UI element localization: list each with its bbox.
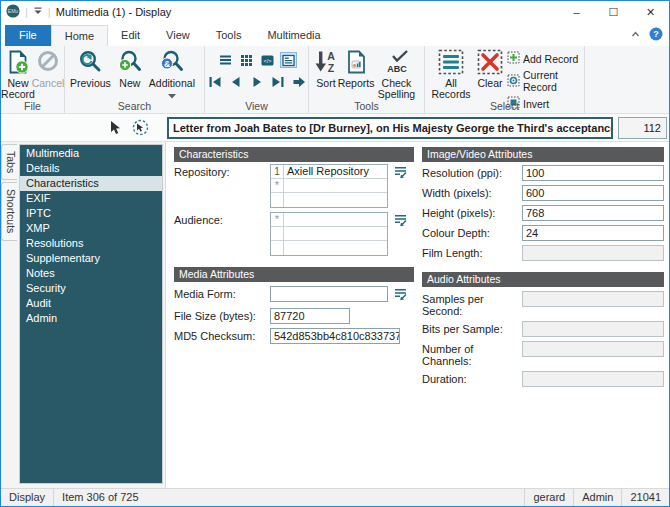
new-record-label: New Record: [1, 78, 35, 100]
next-record-button[interactable]: [248, 74, 265, 90]
tab-multimedia[interactable]: Multimedia: [254, 25, 333, 46]
repository-new-value[interactable]: [284, 179, 387, 192]
grid-view-button[interactable]: [238, 52, 255, 68]
repository-label: Repository:: [174, 164, 270, 208]
cancel-button[interactable]: Cancel: [33, 47, 63, 89]
sidebar-item-notes[interactable]: Notes: [20, 266, 162, 281]
ribbon-empty-area: [585, 46, 669, 113]
colour-depth-field[interactable]: 24: [522, 225, 664, 241]
repository-value[interactable]: Axiell Repository: [284, 165, 387, 178]
add-record-button[interactable]: Add Record: [507, 51, 582, 66]
md5-checksum-field[interactable]: 542d853bb4c810c8337376b42e2: [270, 328, 400, 344]
row-number: 1: [271, 165, 284, 178]
current-record-label: Current Record: [523, 69, 582, 93]
audience-grid[interactable]: *: [270, 212, 388, 256]
sidebar-item-xmp[interactable]: XMP: [20, 221, 162, 236]
ribbon-group-view: </> View: [205, 46, 309, 113]
sort-label: Sort: [316, 78, 335, 89]
height-field[interactable]: 768: [522, 205, 664, 221]
section-header-characteristics: Characteristics: [174, 147, 414, 162]
tab-edit[interactable]: Edit: [108, 25, 153, 46]
file-size-field[interactable]: 87720: [270, 308, 350, 324]
sidebar-item-audit[interactable]: Audit: [20, 296, 162, 311]
repository-grid[interactable]: 1 Axiell Repository *: [270, 164, 388, 208]
sidebar-item-multimedia[interactable]: Multimedia: [20, 146, 162, 161]
current-record-button[interactable]: Current Record: [507, 69, 582, 93]
group-label-search: Search: [65, 100, 204, 112]
ribbon: New Record Cancel File Previous: [1, 46, 669, 114]
emu-app-icon: EMu: [6, 4, 20, 20]
details-view-button[interactable]: [280, 52, 297, 68]
pointer-icon[interactable]: [109, 120, 122, 137]
side-tab-shortcuts[interactable]: Shortcuts: [1, 182, 17, 240]
code-view-button[interactable]: </>: [259, 52, 276, 68]
sidebar-item-details[interactable]: Details: [20, 161, 162, 176]
audience-new-value[interactable]: [284, 213, 387, 226]
row-number: [271, 193, 284, 207]
title-bar: EMu | | Multimedia (1) - Display – ☐ ✕: [1, 1, 669, 23]
sidebar-item-characteristics[interactable]: Characteristics: [20, 176, 162, 191]
section-header-image-video-attributes: Image/Video Attributes: [422, 147, 664, 162]
media-form-label: Media Form:: [174, 286, 270, 304]
select-region-icon[interactable]: [132, 119, 149, 138]
all-records-button[interactable]: All Records: [427, 47, 475, 100]
lookup-list-icon[interactable]: [393, 165, 408, 208]
close-button[interactable]: ✕: [632, 1, 669, 23]
add-record-label: Add Record: [523, 53, 578, 65]
current-record-icon: [507, 74, 520, 89]
goto-record-button[interactable]: [290, 74, 307, 90]
lookup-list-icon[interactable]: [393, 287, 408, 304]
sidebar-item-admin[interactable]: Admin: [20, 311, 162, 326]
table-row[interactable]: [271, 241, 387, 255]
svg-text:ABC: ABC: [387, 64, 407, 74]
last-record-button[interactable]: [269, 74, 286, 90]
table-row[interactable]: [271, 227, 387, 241]
section-header-audio-attributes: Audio Attributes: [422, 272, 664, 287]
record-number-field[interactable]: 112: [618, 117, 667, 139]
help-icon[interactable]: ?: [649, 27, 663, 43]
svg-text:EMu: EMu: [8, 8, 19, 14]
table-row[interactable]: *: [271, 179, 387, 193]
sidebar-item-exif[interactable]: EXIF: [20, 191, 162, 206]
bits-per-sample-label: Bits per Sample:: [422, 321, 522, 337]
resolution-field[interactable]: 100: [522, 165, 664, 181]
lookup-list-icon[interactable]: [393, 213, 408, 256]
table-row[interactable]: *: [271, 213, 387, 227]
sidebar-item-iptc[interactable]: IPTC: [20, 206, 162, 221]
section-header-media-attributes: Media Attributes: [174, 267, 414, 282]
side-tab-tabs[interactable]: Tabs: [1, 144, 17, 180]
group-label-file: File: [1, 100, 64, 112]
new-search-button[interactable]: New: [114, 47, 146, 89]
tab-home[interactable]: Home: [51, 25, 108, 46]
sidebar-item-resolutions[interactable]: Resolutions: [20, 236, 162, 251]
width-field[interactable]: 600: [522, 185, 664, 201]
previous-record-button[interactable]: [227, 74, 244, 90]
side-tab-strip: Tabs Shortcuts: [1, 142, 18, 488]
check-spelling-button[interactable]: ABC Check Spelling: [371, 47, 422, 100]
audience-label: Audience:: [174, 212, 270, 256]
previous-search-button[interactable]: Previous: [67, 47, 114, 89]
status-mode: Display: [1, 489, 54, 506]
sidebar-item-security[interactable]: Security: [20, 281, 162, 296]
maximize-button[interactable]: ☐: [595, 1, 632, 23]
sort-button[interactable]: AZ Sort: [311, 47, 341, 89]
table-row[interactable]: [271, 193, 387, 207]
minimize-button[interactable]: –: [558, 1, 595, 23]
new-record-button[interactable]: New Record: [3, 47, 33, 100]
sidebar-item-supplementary[interactable]: Supplementary: [20, 251, 162, 266]
tab-view[interactable]: View: [153, 25, 203, 46]
samples-per-second-label: Samples per Second:: [422, 291, 522, 317]
additional-search-button[interactable]: & Additional: [146, 47, 198, 101]
reports-button[interactable]: Reports: [341, 47, 371, 89]
first-record-button[interactable]: [206, 74, 223, 90]
quick-access-dropdown-icon[interactable]: [33, 6, 43, 18]
list-view-button[interactable]: [217, 52, 234, 68]
media-form-field[interactable]: [270, 286, 388, 302]
collapse-ribbon-icon[interactable]: [630, 29, 641, 41]
tab-file[interactable]: File: [5, 25, 51, 46]
cancel-icon: [35, 49, 61, 77]
clear-button[interactable]: Clear: [475, 47, 505, 89]
table-row[interactable]: 1 Axiell Repository: [271, 165, 387, 179]
tab-tools[interactable]: Tools: [203, 25, 255, 46]
ribbon-group-select: All Records Clear Add Record Current Rec…: [425, 46, 585, 113]
